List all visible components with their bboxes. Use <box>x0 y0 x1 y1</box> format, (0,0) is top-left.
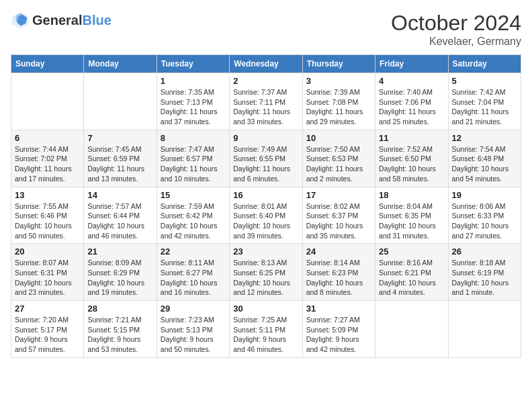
day-detail: Sunrise: 7:40 AM Sunset: 7:06 PM Dayligh… <box>379 87 444 127</box>
location-title: Kevelaer, Germany <box>391 36 521 48</box>
calendar-cell: 9Sunrise: 7:49 AM Sunset: 6:55 PM Daylig… <box>230 130 302 187</box>
calendar-cell: 25Sunrise: 8:16 AM Sunset: 6:21 PM Dayli… <box>375 244 448 301</box>
day-number: 9 <box>233 133 298 143</box>
day-detail: Sunrise: 7:20 AM Sunset: 5:17 PM Dayligh… <box>15 315 80 355</box>
calendar-cell: 8Sunrise: 7:47 AM Sunset: 6:57 PM Daylig… <box>157 130 229 187</box>
day-number: 10 <box>306 133 371 143</box>
day-detail: Sunrise: 8:01 AM Sunset: 6:40 PM Dayligh… <box>233 201 298 241</box>
day-number: 3 <box>306 76 371 86</box>
day-detail: Sunrise: 7:57 AM Sunset: 6:44 PM Dayligh… <box>87 201 152 241</box>
day-number: 5 <box>452 76 517 86</box>
day-detail: Sunrise: 8:09 AM Sunset: 6:29 PM Dayligh… <box>87 258 152 298</box>
calendar-cell: 14Sunrise: 7:57 AM Sunset: 6:44 PM Dayli… <box>84 187 157 244</box>
day-detail: Sunrise: 8:04 AM Sunset: 6:35 PM Dayligh… <box>379 201 444 241</box>
day-number: 26 <box>452 246 517 257</box>
calendar-cell: 11Sunrise: 7:52 AM Sunset: 6:50 PM Dayli… <box>375 130 448 187</box>
day-detail: Sunrise: 7:55 AM Sunset: 6:46 PM Dayligh… <box>15 201 80 241</box>
day-number: 7 <box>87 133 152 143</box>
col-friday: Friday <box>375 55 448 73</box>
day-detail: Sunrise: 7:35 AM Sunset: 7:13 PM Dayligh… <box>161 87 226 127</box>
day-detail: Sunrise: 8:11 AM Sunset: 6:27 PM Dayligh… <box>161 258 226 298</box>
calendar-cell: 12Sunrise: 7:54 AM Sunset: 6:48 PM Dayli… <box>448 130 521 187</box>
day-number: 13 <box>15 190 80 200</box>
day-detail: Sunrise: 7:52 AM Sunset: 6:50 PM Dayligh… <box>379 144 444 184</box>
day-number: 8 <box>161 133 226 143</box>
calendar-cell: 5Sunrise: 7:42 AM Sunset: 7:04 PM Daylig… <box>448 73 521 130</box>
day-number: 17 <box>306 190 371 200</box>
calendar-week-row: 27Sunrise: 7:20 AM Sunset: 5:17 PM Dayli… <box>11 301 521 358</box>
calendar-cell: 15Sunrise: 7:59 AM Sunset: 6:42 PM Dayli… <box>157 187 229 244</box>
calendar-week-row: 6Sunrise: 7:44 AM Sunset: 7:02 PM Daylig… <box>11 130 521 187</box>
day-number: 16 <box>233 190 298 200</box>
day-number: 28 <box>87 304 152 314</box>
calendar-cell: 23Sunrise: 8:13 AM Sunset: 6:25 PM Dayli… <box>230 244 302 301</box>
day-detail: Sunrise: 7:47 AM Sunset: 6:57 PM Dayligh… <box>161 144 226 184</box>
calendar-cell: 17Sunrise: 8:02 AM Sunset: 6:37 PM Dayli… <box>302 187 375 244</box>
day-number: 2 <box>233 76 298 86</box>
day-number: 27 <box>15 304 80 314</box>
day-detail: Sunrise: 7:37 AM Sunset: 7:11 PM Dayligh… <box>233 87 298 127</box>
col-thursday: Thursday <box>302 55 375 73</box>
calendar-cell: 27Sunrise: 7:20 AM Sunset: 5:17 PM Dayli… <box>11 301 84 358</box>
day-number: 21 <box>87 246 152 257</box>
calendar-week-row: 13Sunrise: 7:55 AM Sunset: 6:46 PM Dayli… <box>11 187 521 244</box>
calendar-cell: 18Sunrise: 8:04 AM Sunset: 6:35 PM Dayli… <box>375 187 448 244</box>
month-title: October 2024 <box>391 11 521 36</box>
calendar-week-row: 1Sunrise: 7:35 AM Sunset: 7:13 PM Daylig… <box>11 73 521 130</box>
day-detail: Sunrise: 7:27 AM Sunset: 5:09 PM Dayligh… <box>306 315 371 355</box>
col-monday: Monday <box>84 55 157 73</box>
day-detail: Sunrise: 8:16 AM Sunset: 6:21 PM Dayligh… <box>379 258 444 298</box>
calendar-cell <box>448 301 521 358</box>
day-number: 12 <box>452 133 517 143</box>
day-detail: Sunrise: 7:50 AM Sunset: 6:53 PM Dayligh… <box>306 144 371 184</box>
day-number: 14 <box>87 190 152 200</box>
day-number: 22 <box>161 246 226 257</box>
day-number: 6 <box>15 133 80 143</box>
calendar-cell: 13Sunrise: 7:55 AM Sunset: 6:46 PM Dayli… <box>11 187 84 244</box>
day-detail: Sunrise: 7:25 AM Sunset: 5:11 PM Dayligh… <box>233 315 298 355</box>
calendar-cell: 24Sunrise: 8:14 AM Sunset: 6:23 PM Dayli… <box>302 244 375 301</box>
col-wednesday: Wednesday <box>230 55 302 73</box>
day-detail: Sunrise: 7:49 AM Sunset: 6:55 PM Dayligh… <box>233 144 298 184</box>
day-detail: Sunrise: 7:44 AM Sunset: 7:02 PM Dayligh… <box>15 144 80 184</box>
day-detail: Sunrise: 7:21 AM Sunset: 5:15 PM Dayligh… <box>87 315 152 355</box>
day-number: 15 <box>161 190 226 200</box>
day-number: 25 <box>379 246 444 257</box>
calendar-cell: 31Sunrise: 7:27 AM Sunset: 5:09 PM Dayli… <box>302 301 375 358</box>
day-number: 23 <box>233 246 298 257</box>
day-detail: Sunrise: 8:07 AM Sunset: 6:31 PM Dayligh… <box>15 258 80 298</box>
calendar-cell: 3Sunrise: 7:39 AM Sunset: 7:08 PM Daylig… <box>302 73 375 130</box>
logo-text: GeneralBlue <box>32 13 112 28</box>
day-detail: Sunrise: 8:18 AM Sunset: 6:19 PM Dayligh… <box>452 258 517 298</box>
day-number: 18 <box>379 190 444 200</box>
calendar-cell: 10Sunrise: 7:50 AM Sunset: 6:53 PM Dayli… <box>302 130 375 187</box>
day-number: 24 <box>306 246 371 257</box>
day-number: 1 <box>161 76 226 86</box>
day-number: 31 <box>306 304 371 314</box>
day-detail: Sunrise: 7:42 AM Sunset: 7:04 PM Dayligh… <box>452 87 517 127</box>
logo-general: General <box>32 13 82 28</box>
day-number: 20 <box>15 246 80 257</box>
day-number: 19 <box>452 190 517 200</box>
logo-blue: Blue <box>82 13 111 28</box>
day-detail: Sunrise: 8:14 AM Sunset: 6:23 PM Dayligh… <box>306 258 371 298</box>
day-number: 30 <box>233 304 298 314</box>
calendar-cell: 6Sunrise: 7:44 AM Sunset: 7:02 PM Daylig… <box>11 130 84 187</box>
calendar-cell: 19Sunrise: 8:06 AM Sunset: 6:33 PM Dayli… <box>448 187 521 244</box>
logo-icon <box>11 11 30 30</box>
calendar-cell: 28Sunrise: 7:21 AM Sunset: 5:15 PM Dayli… <box>84 301 157 358</box>
calendar-header-row: Sunday Monday Tuesday Wednesday Thursday… <box>11 55 521 73</box>
calendar-cell: 22Sunrise: 8:11 AM Sunset: 6:27 PM Dayli… <box>157 244 229 301</box>
calendar-cell: 16Sunrise: 8:01 AM Sunset: 6:40 PM Dayli… <box>230 187 302 244</box>
calendar-cell: 2Sunrise: 7:37 AM Sunset: 7:11 PM Daylig… <box>230 73 302 130</box>
day-detail: Sunrise: 7:39 AM Sunset: 7:08 PM Dayligh… <box>306 87 371 127</box>
calendar-cell: 4Sunrise: 7:40 AM Sunset: 7:06 PM Daylig… <box>375 73 448 130</box>
calendar-cell: 7Sunrise: 7:45 AM Sunset: 6:59 PM Daylig… <box>84 130 157 187</box>
calendar-week-row: 20Sunrise: 8:07 AM Sunset: 6:31 PM Dayli… <box>11 244 521 301</box>
calendar-cell: 21Sunrise: 8:09 AM Sunset: 6:29 PM Dayli… <box>84 244 157 301</box>
day-detail: Sunrise: 7:59 AM Sunset: 6:42 PM Dayligh… <box>161 201 226 241</box>
calendar-cell: 30Sunrise: 7:25 AM Sunset: 5:11 PM Dayli… <box>230 301 302 358</box>
col-saturday: Saturday <box>448 55 521 73</box>
day-detail: Sunrise: 7:23 AM Sunset: 5:13 PM Dayligh… <box>161 315 226 355</box>
calendar-cell: 1Sunrise: 7:35 AM Sunset: 7:13 PM Daylig… <box>157 73 229 130</box>
